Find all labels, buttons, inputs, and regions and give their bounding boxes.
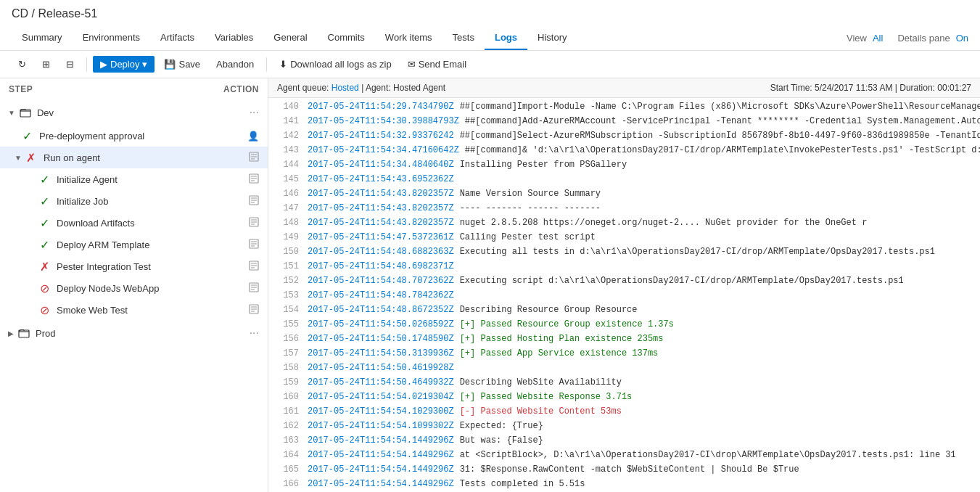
email-icon: ✉ — [408, 59, 416, 70]
log-line: 1582017-05-24T11:54:50.4619928Z — [268, 361, 980, 375]
agent-queue-label: Agent queue: — [277, 83, 329, 93]
log-line-number: 154 — [277, 303, 299, 316]
log-line-timestamp: 2017-05-24T11:54:29.7434790Z — [308, 100, 454, 113]
step-run-on-agent[interactable]: ▼ ✗ Run on agent — [0, 147, 268, 168]
log-line-number: 157 — [277, 347, 299, 360]
log-line-number: 146 — [277, 187, 299, 200]
log-line: 1552017-05-24T11:54:50.0268592Z [+] Pass… — [268, 317, 980, 332]
log-line-number: 160 — [277, 390, 299, 403]
log-line-number: 141 — [277, 115, 299, 128]
log-line-number: 166 — [277, 477, 299, 491]
stage-prod[interactable]: ▶ Prod ··· — [0, 321, 268, 345]
log-line: 1472017-05-24T11:54:43.8202357Z---- ----… — [268, 201, 980, 216]
log-line-timestamp: 2017-05-24T11:54:43.8202357Z — [308, 216, 454, 229]
log-line: 1482017-05-24T11:54:43.8202357Znuget 2.8… — [268, 216, 980, 230]
step-deploy-nodejs-webapp[interactable]: ⊘ Deploy NodeJs WebApp — [0, 277, 268, 299]
stage-prod-label: Prod — [36, 328, 250, 339]
tab-logs[interactable]: Logs — [485, 26, 527, 50]
log-line-text: Name Version Source Summary — [460, 187, 601, 200]
log-line-timestamp: 2017-05-24T11:54:54.1449296Z — [308, 448, 454, 462]
save-button[interactable]: 💾 Save — [157, 55, 207, 73]
tab-summary[interactable]: Summary — [12, 26, 73, 50]
step-run-on-agent-label: Run on agent — [44, 152, 249, 163]
step-initialize-job[interactable]: ✓ Initialize Job — [0, 190, 268, 212]
agent-value: Hosted Agent — [393, 83, 445, 93]
log-line: 1652017-05-24T11:54:54.1449296Z 31: $Res… — [268, 462, 980, 477]
step-initialize-agent[interactable]: ✓ Initialize Agent — [0, 168, 268, 190]
details-value[interactable]: On — [956, 33, 968, 44]
download-logs-button[interactable]: ⬇ Download all logs as zip — [273, 55, 398, 73]
duration-label: Duration: — [899, 83, 935, 93]
log-line-timestamp: 2017-05-24T11:54:30.39884793Z — [308, 115, 459, 128]
tab-environments[interactable]: Environments — [73, 26, 150, 50]
collapse-button[interactable]: ⊟ — [59, 55, 81, 73]
log-line: 1662017-05-24T11:54:54.1449296ZTests com… — [268, 477, 980, 491]
log-line-timestamp: 2017-05-24T11:54:50.0268592Z — [308, 318, 454, 331]
save-label: Save — [178, 59, 200, 70]
log-line-timestamp: 2017-05-24T11:54:54.1099302Z — [308, 419, 454, 432]
agent-queue-value[interactable]: Hosted — [332, 83, 359, 93]
duration-value: 00:01:27 — [937, 83, 971, 93]
log-line-timestamp: 2017-05-24T11:54:50.4649932Z — [308, 376, 454, 389]
stage-dev-label: Dev — [37, 107, 250, 118]
log-line-number: 158 — [277, 361, 299, 374]
step-smoke-label: Smoke Web Test — [57, 305, 249, 316]
log-line: 1462017-05-24T11:54:43.8202357ZName Vers… — [268, 186, 980, 201]
error-icon-run-on-agent: ✗ — [25, 151, 38, 164]
dev-collapse-arrow: ▼ — [8, 109, 15, 117]
action-col-label: Action — [223, 84, 259, 94]
step-smoke-web-test[interactable]: ⊘ Smoke Web Test — [0, 299, 268, 321]
log-line-timestamp: 2017-05-24T11:54:48.7842362Z — [308, 289, 454, 302]
log-line-timestamp: 2017-05-24T11:54:54.0219304Z — [308, 390, 454, 403]
step-pre-deployment-label: Pre-deployment approval — [39, 131, 247, 142]
send-email-button[interactable]: ✉ Send Email — [401, 55, 473, 73]
log-time-info: Start Time: 5/24/2017 11:53 AM | Duratio… — [770, 83, 971, 93]
log-line-timestamp: 2017-05-24T11:54:34.47160642Z — [308, 144, 459, 157]
log-line-timestamp: 2017-05-24T11:54:43.6952362Z — [308, 173, 454, 186]
expand-button[interactable]: ⊞ — [36, 55, 57, 73]
log-line-text: Installing Pester from PSGallery — [460, 158, 627, 171]
deploy-icon: ▶ — [100, 59, 107, 70]
divider-1 — [86, 57, 87, 72]
breadcrumb-prefix: CD / — [12, 7, 38, 20]
save-icon: 💾 — [164, 59, 176, 70]
tab-commits[interactable]: Commits — [318, 26, 375, 50]
log-line: 1422017-05-24T11:54:32.93376242##[comman… — [268, 128, 980, 143]
log-line-text: Tests completed in 5.51s — [460, 477, 585, 491]
tab-artifacts[interactable]: Artifacts — [150, 26, 205, 50]
divider-2 — [266, 57, 267, 72]
breadcrumb-release: Release-51 — [38, 7, 97, 20]
download-label: Download all logs as zip — [290, 59, 391, 70]
log-line: 1572017-05-24T11:54:50.3139936Z [+] Pass… — [268, 346, 980, 361]
tab-variables[interactable]: Variables — [205, 26, 263, 50]
tab-workitems[interactable]: Work items — [375, 26, 442, 50]
refresh-button[interactable]: ↻ — [12, 55, 33, 73]
log-line-text: But was: {False} — [460, 434, 543, 447]
check-icon-download-artifacts: ✓ — [38, 216, 51, 229]
start-time-label: Start Time: — [770, 83, 812, 93]
log-line-number: 140 — [277, 100, 299, 113]
stage-dev[interactable]: ▼ Dev ··· — [0, 100, 268, 125]
view-value[interactable]: All — [873, 33, 883, 44]
step-pre-deployment[interactable]: ✓ Pre-deployment approval 👤 — [0, 125, 268, 147]
abandon-button[interactable]: Abandon — [210, 55, 260, 73]
step-download-artifacts[interactable]: ✓ Download Artifacts — [0, 212, 268, 234]
log-line-text: ---- ------- ------ ------- — [460, 202, 601, 215]
log-line-number: 165 — [277, 463, 299, 476]
log-agent-info: Agent queue: Hosted | Agent: Hosted Agen… — [277, 83, 445, 93]
dev-more-icon[interactable]: ··· — [250, 106, 259, 119]
main-content: Step Action ▼ Dev ··· ✓ Pre-deployment a… — [0, 78, 980, 492]
deploy-button[interactable]: ▶ Deploy ▾ — [93, 56, 155, 73]
tab-general[interactable]: General — [263, 26, 317, 50]
log-line: 1492017-05-24T11:54:47.5372361ZCalling P… — [268, 230, 980, 245]
log-line-number: 149 — [277, 231, 299, 244]
log-line-timestamp: 2017-05-24T11:54:48.7072362Z — [308, 274, 454, 287]
step-deploy-arm-template[interactable]: ✓ Deploy ARM Template — [0, 234, 268, 255]
step-pester-integration-test[interactable]: ✗ Pester Integration Test — [0, 255, 268, 277]
tab-tests[interactable]: Tests — [442, 26, 485, 50]
log-line: 1442017-05-24T11:54:34.4840640ZInstallin… — [268, 157, 980, 172]
banned-icon-smoke: ⊘ — [38, 303, 51, 316]
log-line-number: 155 — [277, 318, 299, 331]
prod-more-icon[interactable]: ··· — [250, 327, 259, 340]
tab-history[interactable]: History — [527, 26, 577, 50]
